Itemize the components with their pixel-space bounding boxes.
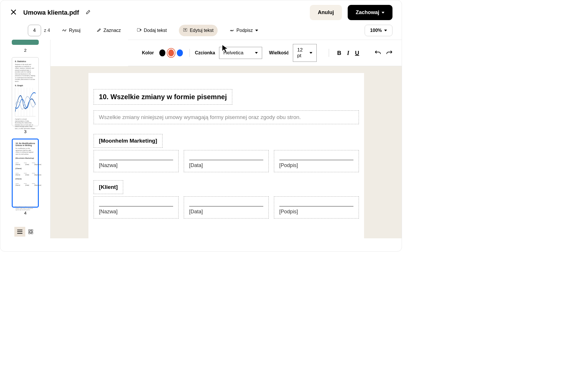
divider	[329, 49, 329, 57]
font-size-select[interactable]: 12 pt	[293, 44, 317, 62]
thumbnail-page-3[interactable]: 8. Statistics Statistics is the study an…	[12, 57, 39, 126]
page-number-input[interactable]: 4	[28, 25, 41, 36]
editable-party-name[interactable]: [Klient]	[94, 180, 123, 194]
zoom-value: 100%	[370, 28, 382, 33]
thumb-text: Statistics is the study and application …	[15, 64, 36, 82]
font-value: Helvetica	[223, 50, 243, 56]
document-canvas[interactable]: 10. Wszelkie zmiany w formie pisemnej Ws…	[51, 66, 402, 238]
thumb-label: [Name]	[16, 184, 20, 186]
draw-label: Rysuj	[69, 28, 80, 33]
chevron-down-icon	[384, 30, 387, 31]
color-label: Kolor	[142, 50, 154, 55]
thumb-text: No modification on this agreement shall …	[16, 147, 35, 155]
close-icon[interactable]	[9, 7, 18, 18]
chevron-down-icon	[255, 30, 258, 31]
underline-button[interactable]: U	[352, 49, 362, 57]
sign-tool[interactable]: Podpisz	[226, 25, 262, 36]
undo-icon[interactable]	[375, 50, 381, 56]
size-value: 12 pt	[297, 47, 305, 59]
field-label: [Nazwa]	[99, 209, 173, 215]
format-toolbar: Kolor Czcionka Helvetica Wielkość 12 pt …	[128, 40, 402, 66]
signature-field-name[interactable]: [Nazwa]	[94, 150, 179, 172]
grid-view-button[interactable]	[25, 227, 36, 237]
zoom-select[interactable]: 100%	[365, 25, 392, 36]
highlighter-icon	[96, 28, 101, 33]
chevron-down-icon	[310, 52, 312, 54]
signature-icon	[230, 28, 234, 33]
svg-rect-8	[28, 229, 30, 231]
thumb-party: [Client]	[16, 168, 35, 169]
color-swatch-black[interactable]	[159, 49, 165, 56]
color-swatch-orange[interactable]	[168, 49, 174, 56]
signature-field-sign[interactable]: [Podpis]	[274, 196, 359, 218]
thumbnail-page-4[interactable]: 10. No Modifications Unless in Writing N…	[12, 139, 39, 208]
svg-rect-9	[31, 229, 33, 231]
field-label: [Data]	[189, 162, 263, 168]
save-button[interactable]: Zachowaj	[348, 5, 392, 20]
thumb-label: [Date]	[25, 174, 29, 176]
page-total-label: z 4	[44, 28, 50, 33]
page-number-label: 4	[4, 210, 46, 215]
highlight-label: Zaznacz	[103, 28, 121, 33]
redo-icon[interactable]	[386, 50, 392, 56]
editable-party-name[interactable]: [Moonhelm Marketing]	[94, 134, 163, 148]
thumb-text: A graph is a visual representation of da…	[15, 118, 36, 129]
thumb-label: [Date]	[25, 184, 29, 186]
size-label: Wielkość	[269, 50, 289, 55]
thumb-label: [Signature]	[34, 184, 41, 186]
divider	[189, 49, 190, 57]
bold-button[interactable]: B	[334, 49, 344, 57]
thumb-party: [Client]	[16, 178, 35, 180]
thumbnail-page-2[interactable]	[12, 40, 39, 45]
edit-text-label: Edytuj tekst	[190, 28, 214, 33]
pencil-icon[interactable]	[86, 10, 90, 15]
font-family-select[interactable]: Helvetica	[219, 47, 262, 59]
signature-field-name[interactable]: [Nazwa]	[94, 196, 179, 218]
add-text-icon	[137, 28, 142, 33]
chevron-down-icon	[382, 12, 384, 14]
chevron-down-icon	[255, 52, 258, 54]
document-title: Umowa klienta.pdf	[23, 9, 79, 16]
thumb-heading: 8. Statistics	[15, 60, 36, 62]
thumb-heading: 9. Graph	[15, 85, 36, 87]
thumb-label: [Date]	[25, 164, 29, 165]
thumb-label: [Name]	[16, 174, 20, 176]
edit-text-icon	[183, 28, 187, 33]
color-swatch-blue[interactable]	[177, 49, 183, 56]
sign-label: Podpisz	[237, 28, 253, 33]
page-number-label: 3	[4, 129, 46, 134]
thumb-label: [Name]	[16, 164, 20, 165]
field-label: [Data]	[189, 209, 263, 215]
editable-heading[interactable]: 10. Wszelkie zmiany w formie pisemnej	[94, 89, 233, 105]
italic-button[interactable]: I	[344, 49, 352, 57]
thumb-chart	[15, 88, 36, 116]
page-content: 10. Wszelkie zmiany w formie pisemnej Ws…	[88, 73, 364, 238]
draw-tool[interactable]: Rysuj	[58, 25, 84, 36]
editable-body-text[interactable]: Wszelkie zmiany niniejszej umowy wymagaj…	[94, 110, 359, 124]
thumb-label: [Signature]	[34, 164, 41, 165]
add-text-label: Dodaj tekst	[144, 28, 167, 33]
field-label: [Nazwa]	[99, 162, 173, 168]
cancel-button[interactable]: Anuluj	[310, 5, 342, 20]
svg-rect-10	[28, 232, 30, 234]
save-button-label: Zachowaj	[356, 9, 379, 16]
field-label: [Podpis]	[279, 162, 353, 168]
scribble-icon	[62, 28, 67, 33]
signature-field-date[interactable]: [Data]	[184, 150, 269, 172]
thumb-label: [Signature]	[34, 174, 41, 176]
page-number-label: 2	[4, 48, 46, 53]
signature-field-sign[interactable]: [Podpis]	[274, 150, 359, 172]
thumb-party: [Moonhelm Marketing]	[16, 157, 35, 159]
thumb-heading: 10. No Modifications Unless in Writing	[16, 142, 35, 146]
svg-rect-11	[31, 232, 33, 234]
field-label: [Podpis]	[279, 209, 353, 215]
signature-field-date[interactable]: [Data]	[184, 196, 269, 218]
list-view-button[interactable]	[14, 227, 25, 237]
svg-rect-0	[137, 28, 140, 31]
highlight-tool[interactable]: Zaznacz	[92, 25, 125, 36]
thumbnail-sidebar: 2 8. Statistics Statistics is the study …	[0, 40, 51, 238]
thumb-footer: No modification on this agreement shall …	[16, 206, 35, 211]
edit-text-tool[interactable]: Edytuj tekst	[179, 25, 218, 36]
add-text-tool[interactable]: Dodaj tekst	[133, 25, 171, 36]
font-label: Czcionka	[195, 50, 215, 55]
